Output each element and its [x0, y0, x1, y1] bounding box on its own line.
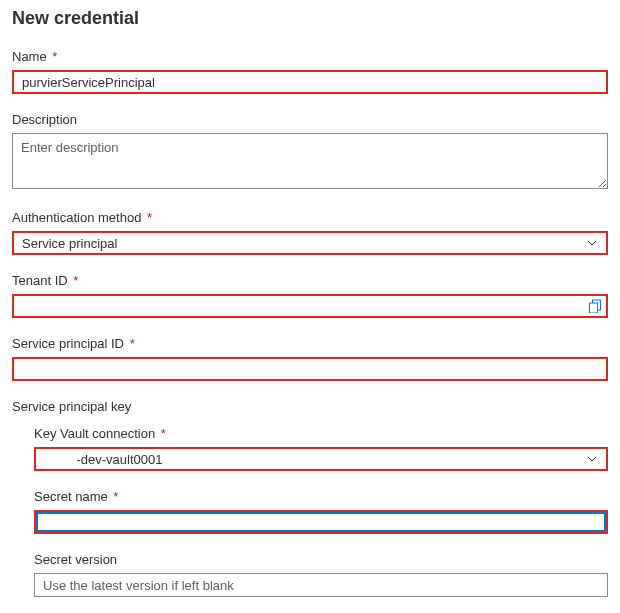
sp-id-label: Service principal ID *	[12, 336, 608, 351]
required-mark: *	[147, 210, 152, 225]
copy-icon[interactable]	[588, 299, 602, 313]
sp-id-input[interactable]	[12, 357, 608, 381]
secret-version-label-text: Secret version	[34, 552, 117, 567]
field-name: Name *	[12, 49, 608, 94]
field-sp-id: Service principal ID *	[12, 336, 608, 381]
sp-key-label: Service principal key	[12, 399, 608, 414]
field-description: Description	[12, 112, 608, 192]
page-title: New credential	[12, 8, 608, 29]
field-tenant-id: Tenant ID *	[12, 273, 608, 318]
secret-version-label: Secret version	[34, 552, 608, 567]
description-label: Description	[12, 112, 608, 127]
tenant-id-input[interactable]	[12, 294, 608, 318]
auth-method-label-text: Authentication method	[12, 210, 141, 225]
required-mark: *	[52, 49, 57, 64]
svg-rect-1	[590, 303, 598, 313]
field-sp-key: Service principal key Key Vault connecti…	[12, 399, 608, 597]
name-label-text: Name	[12, 49, 47, 64]
description-textarea[interactable]	[12, 133, 608, 189]
tenant-id-label: Tenant ID *	[12, 273, 608, 288]
key-vault-select[interactable]: -dev-vault0001	[34, 447, 608, 471]
required-mark: *	[130, 336, 135, 351]
key-vault-label-text: Key Vault connection	[34, 426, 155, 441]
auth-method-select[interactable]: Service principal	[12, 231, 608, 255]
field-secret-name: Secret name *	[34, 489, 608, 534]
required-mark: *	[73, 273, 78, 288]
sp-id-label-text: Service principal ID	[12, 336, 124, 351]
secret-name-label-text: Secret name	[34, 489, 108, 504]
secret-version-input[interactable]	[34, 573, 608, 597]
chevron-down-icon	[586, 453, 598, 465]
description-label-text: Description	[12, 112, 77, 127]
sp-key-label-text: Service principal key	[12, 399, 131, 414]
auth-method-selected: Service principal	[22, 236, 586, 251]
required-mark: *	[113, 489, 118, 504]
field-auth-method: Authentication method * Service principa…	[12, 210, 608, 255]
required-mark: *	[161, 426, 166, 441]
tenant-id-label-text: Tenant ID	[12, 273, 68, 288]
secret-name-label: Secret name *	[34, 489, 608, 504]
field-key-vault: Key Vault connection * -dev-vault0001	[34, 426, 608, 471]
name-input[interactable]	[12, 70, 608, 94]
key-vault-label: Key Vault connection *	[34, 426, 608, 441]
auth-method-label: Authentication method *	[12, 210, 608, 225]
chevron-down-icon	[586, 237, 598, 249]
sp-key-subsection: Key Vault connection * -dev-vault0001 Se…	[34, 426, 608, 597]
name-label: Name *	[12, 49, 608, 64]
field-secret-version: Secret version	[34, 552, 608, 597]
secret-name-input[interactable]	[34, 510, 608, 534]
key-vault-selected: -dev-vault0001	[44, 452, 586, 467]
tenant-id-wrap	[12, 294, 608, 318]
